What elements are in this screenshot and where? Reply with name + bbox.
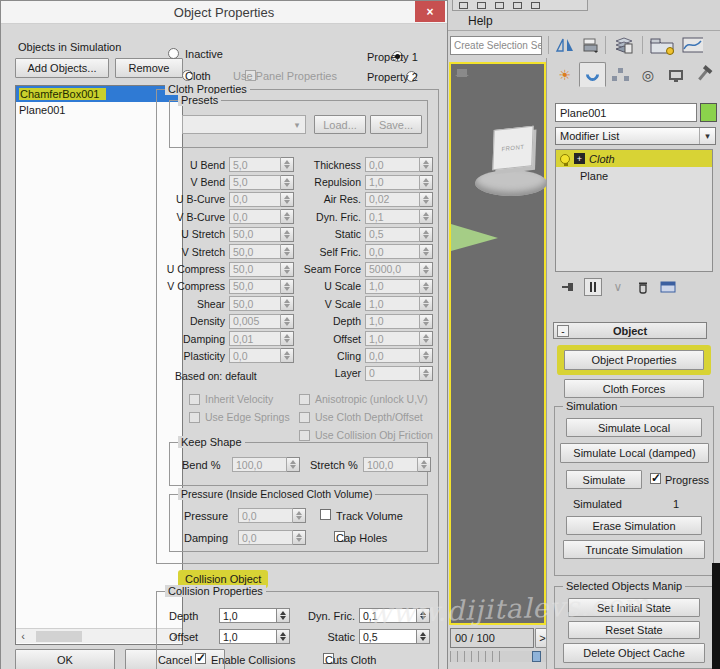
inactive-radio[interactable] <box>168 48 179 59</box>
mirror-icon[interactable] <box>555 36 575 54</box>
pressure-field[interactable]: 0,0 <box>238 508 293 523</box>
spinner[interactable] <box>281 348 294 363</box>
object-name-field[interactable]: Plane001 <box>555 103 697 122</box>
param-field[interactable]: 1,0 <box>365 314 420 329</box>
lightbulb-icon[interactable] <box>560 154 570 164</box>
spinner[interactable] <box>418 457 431 472</box>
checkbox[interactable] <box>189 412 200 423</box>
viewcube[interactable]: FRONT <box>463 92 543 172</box>
param-field[interactable]: 50,0 <box>229 227 281 242</box>
remove-button[interactable]: Remove <box>115 58 183 78</box>
spinner[interactable] <box>277 629 290 644</box>
spinner[interactable] <box>420 296 433 311</box>
viewcube-home-icon[interactable] <box>457 69 467 77</box>
tab-create[interactable]: ☀ <box>551 62 579 87</box>
tab-motion[interactable]: ◎ <box>634 62 662 87</box>
spinner[interactable] <box>420 175 433 190</box>
configure-modifier-sets-icon[interactable] <box>659 278 677 296</box>
object-rollout-header[interactable]: - Object <box>553 322 707 339</box>
load-button[interactable]: Load... <box>314 115 366 134</box>
checkbox[interactable] <box>299 430 310 441</box>
spinner[interactable] <box>281 244 294 259</box>
pin-stack-icon[interactable] <box>559 278 577 296</box>
object-properties-button[interactable]: Object Properties <box>564 350 704 370</box>
simulate-local-damped-button[interactable]: Simulate Local (damped) <box>560 443 709 463</box>
checkbox[interactable] <box>299 412 310 423</box>
spinner[interactable] <box>420 366 433 381</box>
param-field[interactable]: 5,0 <box>229 175 281 190</box>
track-bar[interactable] <box>450 651 554 662</box>
param-field[interactable]: 5,0 <box>229 157 281 172</box>
expand-plus-icon[interactable]: + <box>574 153 585 164</box>
curve-editor-icon[interactable] <box>681 35 703 55</box>
spinner[interactable] <box>420 192 433 207</box>
tab-utilities[interactable] <box>689 62 717 87</box>
spinner[interactable] <box>420 262 433 277</box>
spinner[interactable] <box>293 508 306 523</box>
checkbox[interactable] <box>299 394 310 405</box>
ok-button[interactable]: OK <box>15 649 115 669</box>
param-field[interactable]: 0,02 <box>365 192 420 207</box>
modifier-stack-item[interactable]: + Cloth <box>556 150 712 167</box>
spinner[interactable] <box>417 608 430 623</box>
named-selection-set-combo[interactable]: Create Selection Se ▾ <box>450 36 542 55</box>
enable-collisions-checkbox[interactable] <box>195 653 206 664</box>
param-field[interactable]: 1,0 <box>365 175 420 190</box>
bend-field[interactable]: 100,0 <box>232 457 287 472</box>
truncate-simulation-button[interactable]: Truncate Simulation <box>563 540 705 559</box>
param-field[interactable]: 1,0 <box>365 279 420 294</box>
spinner[interactable] <box>420 279 433 294</box>
stretch-field[interactable]: 100,0 <box>363 457 418 472</box>
spinner[interactable] <box>281 192 294 207</box>
spinner[interactable] <box>287 457 300 472</box>
tab-hierarchy[interactable] <box>606 62 634 87</box>
object-color-swatch[interactable] <box>700 103 717 122</box>
param-field[interactable]: 50,0 <box>229 279 281 294</box>
spinner[interactable] <box>420 244 433 259</box>
spinner[interactable] <box>281 175 294 190</box>
modifier-list-dropdown[interactable]: Modifier List ▾ <box>555 127 716 145</box>
team-icon[interactable] <box>459 2 468 9</box>
collision-dyn-fric-field[interactable]: 0,1 <box>359 608 417 623</box>
param-field[interactable]: 50,0 <box>229 262 281 277</box>
hourglass-icon[interactable] <box>495 2 504 9</box>
cloth-forces-button[interactable]: Cloth Forces <box>564 379 704 398</box>
simulate-local-button[interactable]: Simulate Local <box>566 418 702 437</box>
spinner[interactable] <box>420 331 433 346</box>
viewcube-cube[interactable]: FRONT <box>492 126 533 171</box>
param-field[interactable]: 5000,0 <box>365 262 420 277</box>
star-icon[interactable] <box>513 2 522 9</box>
set-initial-state-button[interactable]: Set Initial State <box>568 598 700 617</box>
spinner[interactable] <box>417 629 430 644</box>
add-objects-button[interactable]: Add Objects... <box>15 58 109 78</box>
collision-static-field[interactable]: 0,5 <box>359 629 417 644</box>
param-field[interactable]: 0,0 <box>229 348 281 363</box>
param-field[interactable]: 0,5 <box>365 227 420 242</box>
spinner[interactable] <box>281 314 294 329</box>
param-field[interactable]: 50,0 <box>229 244 281 259</box>
show-end-result-icon[interactable] <box>584 278 602 296</box>
spinner[interactable] <box>281 262 294 277</box>
spinner[interactable] <box>420 348 433 363</box>
scene-explorer-icon[interactable] <box>649 35 675 55</box>
param-field[interactable]: 0 <box>365 366 420 381</box>
spinner[interactable] <box>420 227 433 242</box>
tab-display[interactable] <box>662 62 690 87</box>
checkbox[interactable] <box>189 394 200 405</box>
param-field[interactable]: 0,0 <box>229 209 281 224</box>
reset-state-button[interactable]: Reset State <box>568 621 700 639</box>
layer-manager-icon[interactable] <box>612 35 636 55</box>
spinner[interactable] <box>420 157 433 172</box>
track-bar-thumb[interactable] <box>532 651 541 662</box>
depth-field[interactable]: 1,0 <box>219 608 277 623</box>
param-field[interactable]: 0,0 <box>229 192 281 207</box>
param-field[interactable]: 0,0 <box>365 244 420 259</box>
align-icon[interactable] <box>581 37 599 53</box>
param-field[interactable]: 0,0 <box>365 348 420 363</box>
spinner[interactable] <box>281 227 294 242</box>
param-field[interactable]: 1,0 <box>365 331 420 346</box>
cloth-plane-object[interactable] <box>451 224 498 251</box>
tab-modify[interactable] <box>579 62 607 87</box>
scrollbar-thumb[interactable] <box>36 631 82 642</box>
spinner[interactable] <box>293 530 306 545</box>
